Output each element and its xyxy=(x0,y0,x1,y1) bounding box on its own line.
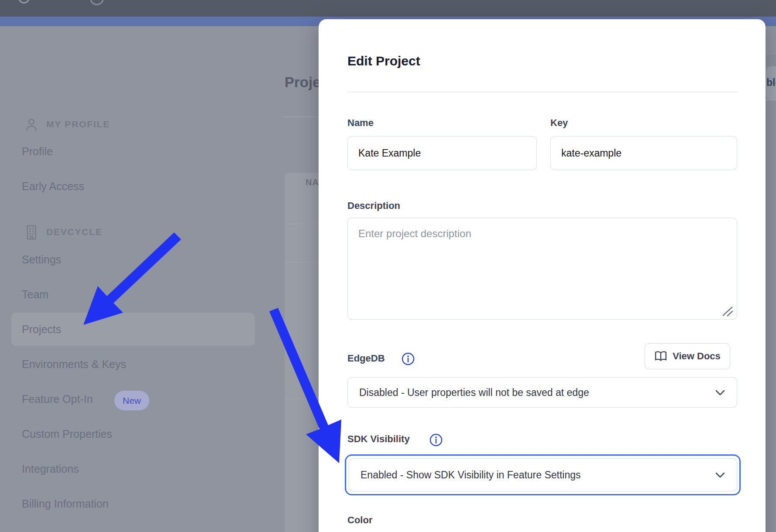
edit-project-modal: Edit Project Name Key Description EdgeDB… xyxy=(319,19,766,532)
sidebar-item-team[interactable]: Team xyxy=(22,288,48,301)
modal-title-divider xyxy=(347,92,738,92)
sidebar-item-environments-keys[interactable]: Environments & Keys xyxy=(22,358,126,371)
description-label: Description xyxy=(347,199,400,212)
annotation-arrow-projects xyxy=(83,232,181,325)
name-input[interactable] xyxy=(347,136,537,170)
modal-title: Edit Project xyxy=(347,54,420,68)
sidebar-item-custom-properties[interactable]: Custom Properties xyxy=(22,427,112,440)
new-badge: New xyxy=(114,391,149,410)
background-right-line xyxy=(766,99,776,100)
user-icon xyxy=(24,117,38,133)
sidebar-item-settings[interactable]: Settings xyxy=(22,253,61,266)
description-textarea[interactable] xyxy=(347,218,737,320)
resize-handle-icon[interactable] xyxy=(721,305,734,317)
background-table-row-line xyxy=(285,399,319,399)
sdk-visibility-select[interactable]: Enabled - Show SDK Visibility in Feature… xyxy=(349,458,737,491)
color-label: Color xyxy=(347,514,372,527)
chevron-down-icon xyxy=(715,472,725,478)
sidebar-item-integrations[interactable]: Integrations xyxy=(22,462,79,475)
sidebar-item-profile[interactable]: Profile xyxy=(22,145,53,158)
sidebar-item-projects[interactable]: Projects xyxy=(22,323,61,336)
sdk-visibility-label: SDK Visibility xyxy=(347,433,410,446)
sidebar-item-early-access[interactable]: Early Access xyxy=(22,180,84,193)
background-table-row-line xyxy=(285,262,319,263)
sidebar-item-feature-opt-in[interactable]: Feature Opt-In xyxy=(22,392,93,406)
sidebar-item-billing-information[interactable]: Billing Information xyxy=(22,497,109,510)
sdk-visibility-selected-option: Enabled - Show SDK Visibility in Feature… xyxy=(361,469,715,481)
view-docs-button[interactable]: View Docs xyxy=(645,343,730,369)
edgedb-info-icon[interactable] xyxy=(401,351,415,366)
book-icon xyxy=(654,350,667,362)
sdk-visibility-info-icon[interactable] xyxy=(429,433,443,447)
name-label: Name xyxy=(347,116,374,130)
building-icon xyxy=(24,224,38,241)
sidebar-section-devcycle: DEVCYCLE xyxy=(46,226,103,238)
background-projects-table xyxy=(285,173,319,532)
key-label: Key xyxy=(550,116,568,130)
background-table-header-name: NA xyxy=(306,177,319,188)
background-page-divider xyxy=(285,116,319,117)
edgedb-selected-option: Disabled - User properties will not be s… xyxy=(359,387,715,399)
background-page-title: Proje xyxy=(285,74,321,91)
edgedb-select[interactable]: Disabled - User properties will not be s… xyxy=(347,377,737,408)
background-right-band xyxy=(766,55,776,66)
background-clipped-button-label: ble xyxy=(766,77,776,89)
sidebar-section-my-profile: MY PROFILE xyxy=(46,119,110,130)
edgedb-label: EdgeDB xyxy=(347,352,385,365)
top-navigation-bar xyxy=(0,0,776,17)
chevron-down-icon xyxy=(715,389,725,396)
logo-circle-icon xyxy=(18,0,30,3)
avatar-circle-icon xyxy=(90,0,104,5)
view-docs-label: View Docs xyxy=(673,351,721,362)
background-table-line xyxy=(285,224,319,224)
key-input[interactable] xyxy=(550,136,737,170)
